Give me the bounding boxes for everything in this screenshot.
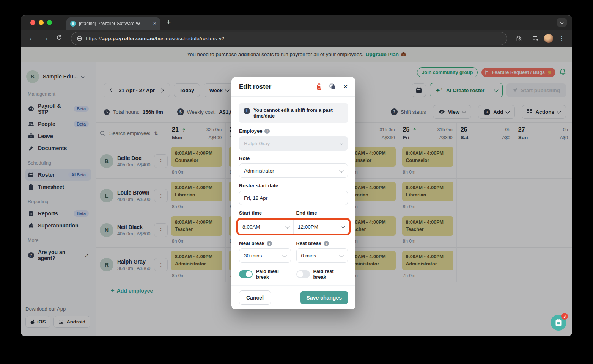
start-time-label: Start time [239, 210, 291, 216]
cancel-button[interactable]: Cancel [239, 290, 271, 305]
url-text: https://app.payroller.com.au/business/sc… [86, 36, 225, 41]
extensions-button[interactable] [513, 35, 524, 42]
rest-break-select[interactable]: 0 mins [296, 248, 348, 263]
forward-button[interactable]: → [40, 35, 51, 42]
browser-toolbar: ← → https://app.payroller.com.au/busines… [21, 30, 572, 47]
employee-label: Employee [239, 128, 262, 134]
chevron-down-icon [341, 224, 345, 228]
notification-badge: 3 [561, 313, 568, 320]
start-date-input[interactable]: Fri, 18 Apr [239, 191, 348, 205]
media-controls-button[interactable] [530, 35, 541, 41]
modal-title: Edit roster [239, 83, 316, 91]
chevron-down-icon [339, 168, 343, 172]
toolbar-divider [527, 35, 527, 42]
role-label: Role [239, 155, 348, 161]
edit-roster-modal: Edit roster ✕ i You cannot edit a shift … [231, 77, 355, 309]
new-tab-button[interactable]: + [167, 18, 171, 27]
close-tab-icon[interactable]: ✕ [153, 21, 157, 26]
warning-text: You cannot edit a shift from a past time… [253, 107, 343, 119]
minimize-window-button[interactable] [39, 20, 44, 25]
address-bar[interactable]: https://app.payroller.com.au/business/sc… [71, 32, 507, 45]
page-content: You need to purchase additional seats to… [21, 47, 572, 336]
browser-profile-avatar[interactable] [543, 34, 554, 43]
puzzle-icon [516, 35, 522, 42]
rest-break-label: Rest break [296, 240, 321, 246]
browser-menu-button[interactable]: ⋮ [556, 35, 567, 42]
chevron-down-icon [282, 253, 286, 257]
maximize-window-button[interactable] [47, 20, 52, 25]
past-shift-warning: i You cannot edit a shift from a past ti… [239, 103, 348, 123]
close-window-button[interactable] [30, 20, 35, 25]
start-time-select[interactable]: 8:00AM [238, 220, 294, 234]
profile-photo-icon [544, 34, 553, 43]
delete-shift-button[interactable] [316, 83, 322, 90]
end-time-label: End time [296, 210, 348, 216]
browser-window: [staging] Payroller Software W ✕ + ← → h… [21, 15, 572, 336]
start-date-label: Roster start date [239, 183, 348, 188]
paid-meal-break-toggle[interactable] [239, 270, 253, 278]
payroller-favicon-icon [70, 21, 76, 27]
paid-rest-break-label: Paid rest break [313, 268, 348, 280]
browser-tab[interactable]: [staging] Payroller Software W ✕ [66, 17, 160, 30]
chevron-down-icon [560, 20, 564, 24]
reload-button[interactable] [53, 35, 65, 42]
playlist-icon [532, 35, 539, 41]
role-select[interactable]: Administrator [239, 163, 348, 178]
close-modal-button[interactable]: ✕ [343, 83, 348, 90]
save-changes-button[interactable]: Save changes [300, 291, 348, 304]
chevron-down-icon [339, 141, 343, 145]
traffic-lights [30, 20, 52, 25]
chevron-down-icon [339, 253, 343, 257]
employee-select: Ralph Gray [239, 136, 348, 151]
meal-break-label: Meal break [239, 240, 264, 246]
duplicate-shift-button[interactable] [329, 83, 336, 90]
paid-meal-break-label: Paid meal break [256, 268, 291, 280]
info-icon: i [264, 129, 270, 134]
paid-rest-break-toggle[interactable] [296, 270, 310, 278]
info-icon: i [324, 241, 329, 246]
end-time-select[interactable]: 12:00PM [294, 220, 349, 234]
info-icon: i [244, 108, 250, 114]
tab-search-button[interactable] [557, 18, 567, 27]
browser-titlebar: [staging] Payroller Software W ✕ + [21, 15, 572, 30]
meal-break-select[interactable]: 30 mins [239, 248, 291, 263]
site-info-globe-icon [77, 36, 82, 41]
tasks-widget-button[interactable]: 3 [551, 315, 566, 331]
reload-icon [56, 35, 62, 41]
time-highlight-ring: 8:00AM 12:00PM [236, 218, 351, 235]
chevron-down-icon [285, 224, 289, 228]
clipboard-list-icon [555, 319, 562, 326]
tab-title: [staging] Payroller Software W [79, 21, 150, 26]
info-icon: i [267, 241, 272, 246]
back-button[interactable]: ← [26, 35, 38, 42]
